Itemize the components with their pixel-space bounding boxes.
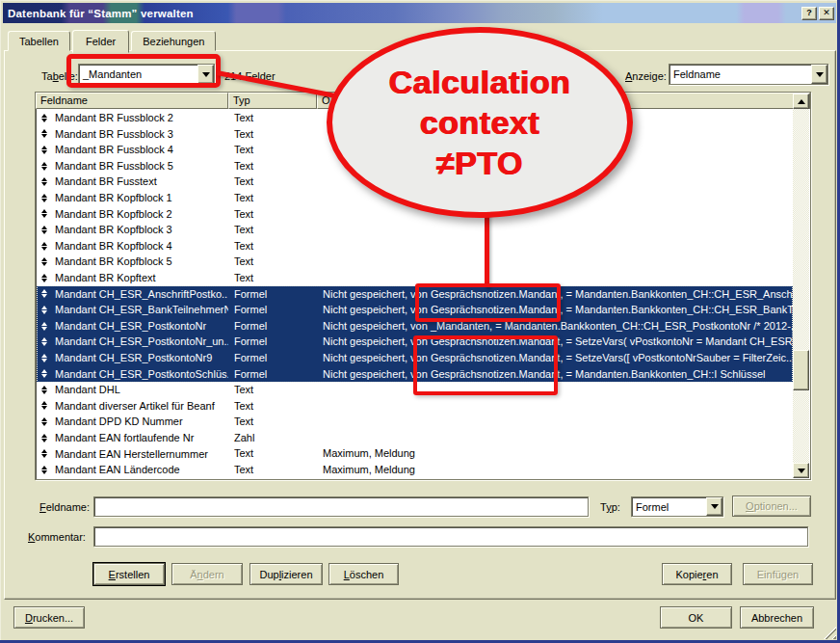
close-icon[interactable]: ✕ bbox=[819, 7, 834, 20]
create-button[interactable]: Erstellen bbox=[93, 563, 165, 585]
fieldname-label: Feldname: bbox=[39, 501, 90, 513]
field-row[interactable]: Mandant EAN Herstellernummer Text Maximu… bbox=[37, 445, 793, 462]
field-options bbox=[317, 238, 793, 255]
field-options: Nicht gespeichert, von Gesprächsnotizen.… bbox=[317, 286, 793, 303]
field-row[interactable]: Mandant CH_ESR_PostkontoSchlüs... Formel… bbox=[37, 366, 793, 383]
field-reorder-icon bbox=[41, 162, 47, 171]
field-type: Formel bbox=[228, 366, 317, 383]
header-feldname[interactable]: Feldname bbox=[36, 93, 228, 109]
field-row[interactable]: Mandant BR Fussblock 2 Text bbox=[37, 110, 793, 126]
field-row[interactable]: Mandant BR Kopfblock 1 Text bbox=[37, 190, 793, 206]
field-list-header: Feldname Typ O bbox=[36, 93, 810, 109]
help-button[interactable]: ? bbox=[801, 7, 817, 20]
field-row[interactable]: Mandant BR Fussblock 5 Text bbox=[37, 158, 793, 174]
scroll-down-icon[interactable] bbox=[793, 463, 809, 478]
view-select[interactable]: Feldname bbox=[669, 64, 828, 85]
header-optionen[interactable]: O bbox=[317, 93, 810, 109]
field-type: Text bbox=[228, 142, 317, 158]
field-row[interactable]: Mandant DPD KD Nummer Text bbox=[37, 414, 793, 430]
change-button[interactable]: Ändern bbox=[171, 563, 243, 585]
field-options bbox=[317, 382, 793, 398]
header-typ[interactable]: Typ bbox=[228, 93, 317, 109]
field-options bbox=[317, 414, 793, 430]
scroll-up-icon[interactable] bbox=[793, 94, 809, 109]
resize-grip-icon[interactable] bbox=[824, 627, 836, 639]
field-row[interactable]: Mandant BR Kopfblock 4 Text bbox=[37, 238, 793, 255]
field-reorder-icon bbox=[41, 322, 47, 331]
field-options bbox=[317, 398, 793, 415]
field-row[interactable]: Mandant diverser Artikel für Beanf Text bbox=[37, 398, 793, 415]
field-type: Text bbox=[228, 270, 317, 286]
delete-button[interactable]: Löschen bbox=[328, 563, 399, 585]
titlebar: Datenbank für “Stamm” verwalten ? ✕ bbox=[3, 3, 836, 23]
field-name: Mandant CH_ESR_BankTeilnehmerNr bbox=[55, 302, 228, 318]
type-select[interactable]: Formel bbox=[631, 496, 723, 517]
tab-felder[interactable]: Felder bbox=[72, 30, 129, 53]
field-reorder-icon bbox=[41, 466, 47, 474]
field-reorder-icon bbox=[41, 114, 47, 122]
field-type: Text bbox=[228, 126, 317, 143]
field-reorder-icon bbox=[41, 401, 47, 410]
chevron-down-icon[interactable] bbox=[197, 65, 214, 84]
chevron-down-icon[interactable] bbox=[811, 65, 827, 84]
type-select-value: Formel bbox=[632, 501, 706, 513]
scrollbar-thumb[interactable] bbox=[793, 350, 809, 390]
table-select[interactable]: _Mandanten bbox=[78, 64, 215, 85]
field-reorder-icon bbox=[41, 242, 47, 251]
type-label: Typ: bbox=[600, 501, 620, 513]
chevron-down-icon[interactable] bbox=[706, 497, 722, 516]
field-row[interactable]: Mandant CH_ESR_PostkontoNr9 Formel Nicht… bbox=[37, 350, 793, 366]
vertical-scrollbar[interactable] bbox=[793, 94, 809, 478]
field-name: Mandant BR Kopfblock 5 bbox=[55, 254, 172, 270]
field-row[interactable]: Mandant CH_ESR_PostkontoNr_un... Formel … bbox=[37, 334, 793, 350]
field-type: Text bbox=[228, 158, 317, 174]
field-row[interactable]: Mandant EAN Ländercode Text Maximum, Mel… bbox=[37, 462, 793, 478]
field-row[interactable]: Mandant CH_ESR_PostkontoNr Formel Nicht … bbox=[37, 318, 793, 335]
field-reorder-icon bbox=[41, 289, 47, 298]
field-row[interactable]: Mandant CH_ESR_BankTeilnehmerNr Formel N… bbox=[37, 302, 793, 318]
options-button[interactable]: Optionen... bbox=[732, 496, 811, 517]
field-reorder-icon bbox=[41, 306, 47, 314]
tab-beziehungen[interactable]: Beziehungen bbox=[131, 31, 216, 51]
field-type: Text bbox=[228, 110, 317, 126]
field-type: Text bbox=[228, 414, 317, 430]
field-name: Mandant BR Fussblock 2 bbox=[55, 110, 173, 126]
field-options bbox=[317, 126, 793, 143]
field-name: Mandant CH_ESR_AnschriftPostko... bbox=[55, 286, 228, 303]
field-name: Mandant BR Kopfblock 2 bbox=[55, 206, 172, 223]
field-row[interactable]: Mandant BR Kopfblock 5 Text bbox=[37, 254, 793, 270]
field-row[interactable]: Mandant CH_ESR_AnschriftPostko... Formel… bbox=[37, 286, 793, 303]
field-reorder-icon bbox=[41, 386, 47, 394]
field-options bbox=[317, 190, 793, 206]
field-row[interactable]: Mandant BR Fussblock 4 Text bbox=[37, 142, 793, 158]
fieldname-input[interactable] bbox=[93, 496, 589, 517]
table-label: Tabelle: bbox=[41, 70, 78, 82]
view-select-value: Feldname bbox=[669, 68, 811, 80]
duplicate-button[interactable]: Duplizieren bbox=[249, 563, 323, 585]
field-row[interactable]: Mandant EAN fortlaufende Nr Zahl bbox=[37, 430, 793, 446]
field-name: Mandant DPD KD Nummer bbox=[55, 414, 183, 430]
copy-button[interactable]: Kopieren bbox=[662, 563, 732, 585]
field-name: Mandant CH_ESR_PostkontoSchlüs... bbox=[55, 366, 228, 383]
field-type: Text bbox=[228, 382, 317, 398]
paste-button[interactable]: Einfügen bbox=[743, 563, 813, 585]
field-row[interactable]: Mandant BR Kopftext Text bbox=[37, 270, 793, 286]
cancel-button[interactable]: Abbrechen bbox=[740, 606, 814, 629]
field-row[interactable]: Mandant DHL Text bbox=[37, 382, 793, 398]
field-type: Text bbox=[228, 174, 317, 190]
field-type: Text bbox=[228, 445, 317, 462]
field-row[interactable]: Mandant BR Kopfblock 2 Text bbox=[37, 206, 793, 223]
field-row[interactable]: Mandant BR Fusstext Text bbox=[37, 174, 793, 190]
print-button[interactable]: Drucken... bbox=[13, 606, 85, 629]
comment-input[interactable] bbox=[93, 526, 808, 547]
ok-button[interactable]: OK bbox=[660, 606, 732, 629]
field-options bbox=[317, 206, 793, 223]
field-type: Text bbox=[228, 206, 317, 223]
field-options bbox=[317, 174, 793, 190]
field-row[interactable]: Mandant BR Fussblock 3 Text bbox=[37, 126, 793, 143]
field-name: Mandant BR Fussblock 5 bbox=[55, 158, 173, 174]
tab-tabellen[interactable]: Tabellen bbox=[8, 31, 70, 51]
field-row[interactable]: Mandant BR Kopfblock 3 Text bbox=[37, 222, 793, 238]
titlebar-buttons: ? ✕ bbox=[801, 7, 836, 20]
field-options: Nicht gespeichert, von Gesprächsnotizen.… bbox=[317, 334, 793, 350]
